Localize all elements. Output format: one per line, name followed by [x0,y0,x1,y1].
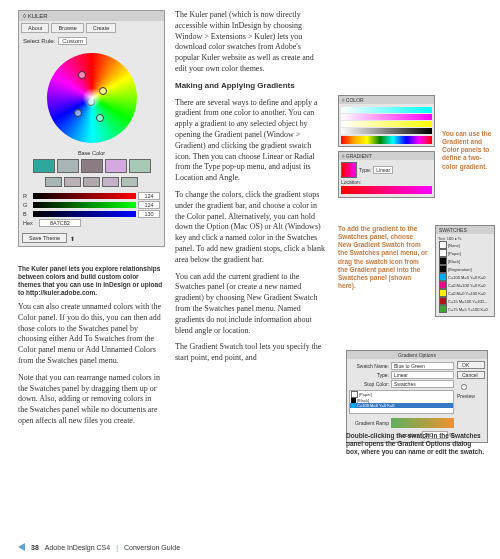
gradopt-ramp-label: Gradient Ramp [349,420,389,426]
gradopt-title: Gradient Options [347,351,487,359]
gradopt-caption: Double-clicking the swatch in the Swatch… [346,432,486,456]
gradopt-name-input[interactable]: Blue to Green [391,362,454,370]
footer-product: Adobe InDesign CS4 [45,544,110,551]
column-2: The Kuler panel (which is now directly a… [175,10,325,370]
col2-p2: There are several ways to define and app… [175,98,325,184]
heading-gradients: Making and Applying Gradients [175,81,325,92]
gradopt-cancel-button[interactable]: Cancel [457,371,485,379]
b-slider[interactable] [33,211,136,217]
kuler-tab-about[interactable]: About [21,23,49,33]
kuler-caption: The Kuler panel lets you explore relatio… [18,265,163,298]
swatch-row[interactable]: C=0 M=100 Y=0 K=0 [438,281,492,289]
footer-guide: Conversion Guide [124,544,180,551]
col1-p2: Note that you can rearrange named colors… [18,373,163,427]
gradopt-stopcolor-label: Stop Color: [349,381,389,387]
gradient-panel: ◊ GRADIENT Type: Linear Location: [338,151,435,198]
kuler-title: ◊ KULER [19,11,164,21]
gradopt-preview-checkbox[interactable] [461,384,467,390]
selected-colors [19,157,164,175]
column-1: You can also create unnamed colors with … [18,302,163,433]
color-wheel[interactable] [47,53,137,143]
gradient-panel-title: ◊ GRADIENT [339,152,434,160]
r-slider[interactable] [33,193,136,199]
swatches-list: [None][Paper][Black][Registration]C=100 … [438,241,492,313]
swatch-row[interactable]: [None] [438,241,492,249]
color-panel: ◊ COLOR [338,95,435,147]
col2-p1: The Kuler panel (which is now directly a… [175,10,325,75]
hex-label: Hex [23,220,37,226]
save-theme-button[interactable]: Save Theme [22,233,67,243]
r-value[interactable]: 124 [138,192,160,200]
select-rule-dropdown[interactable]: Custom [58,37,87,45]
page-footer: 38 Adobe InDesign CS4 | Conversion Guide [18,543,180,551]
gradopt-ok-button[interactable]: OK [457,361,485,369]
gradopt-ramp[interactable] [391,418,454,428]
kuler-tab-create[interactable]: Create [86,23,117,33]
swatch-row[interactable]: [Black] [438,257,492,265]
base-color-label: Base Color [19,149,164,157]
gradient-type-label: Type: [359,167,371,173]
footer-divider: | [116,544,118,551]
gradient-location-label: Location: [341,179,361,185]
swatch-row[interactable]: [Paper] [438,249,492,257]
swatch-row[interactable]: C=75 M=5 Y=100 K=0 [438,305,492,313]
gradient-ramp[interactable] [341,186,432,194]
g-slider[interactable] [33,202,136,208]
kuler-panel: ◊ KULER About Browse Create Select Rule:… [18,10,165,247]
page-number: 38 [31,544,39,551]
swatches-panel: SWATCHES Tint: 100 ▸ % [None][Paper][Bla… [435,225,495,317]
col2-p5: The Gradient Swatch tool lets you specif… [175,342,325,364]
gradient-options-dialog: Gradient Options Swatch Name: Blue to Gr… [346,350,488,443]
gradopt-preview-label: Preview [457,393,475,399]
col2-p3: To change the colors, click the gradient… [175,190,325,266]
select-rule-label: Select Rule: [23,38,55,44]
b-value[interactable]: 130 [138,210,160,218]
hex-value[interactable]: 8A7C82 [39,219,81,227]
col2-p4: You can add the current gradient to the … [175,272,325,337]
gradient-type-dropdown[interactable]: Linear [373,166,393,174]
swatch-row[interactable]: C=15 M=100 Y=100... [438,297,492,305]
swatch-row[interactable]: C=100 M=0 Y=0 K=0 [438,273,492,281]
side-note-gradient: You can use the Gradient and Color panel… [442,130,492,171]
gradient-swatch-icon[interactable] [341,162,357,178]
gradopt-name-label: Swatch Name: [349,363,389,369]
swatch-row[interactable]: [Registration] [438,265,492,273]
gradopt-type-label: Type: [349,372,389,378]
gradopt-swatch-list[interactable]: [Paper] [Black] C=100 M=0 Y=0 K=0 [349,390,454,414]
color-panel-title: ◊ COLOR [339,96,434,104]
r-label: R [23,193,31,199]
kuler-tab-browse[interactable]: Browse [51,23,83,33]
upload-icon[interactable]: ⬆ [70,235,75,242]
g-label: G [23,202,31,208]
prev-page-arrow[interactable] [18,543,25,551]
swatches-title: SWATCHES [436,226,494,234]
b-label: B [23,211,31,217]
gradopt-type-dropdown[interactable]: Linear [391,371,454,379]
g-value[interactable]: 124 [138,201,160,209]
muted-colors [19,175,164,189]
col1-p1: You can also create unnamed colors with … [18,302,163,367]
gradopt-stopcolor-dropdown[interactable]: Swatches [391,380,454,388]
swatch-row[interactable]: C=0 M=0 Y=100 K=0 [438,289,492,297]
swatches-caption: To add the gradient to the Swatches pane… [338,225,428,290]
